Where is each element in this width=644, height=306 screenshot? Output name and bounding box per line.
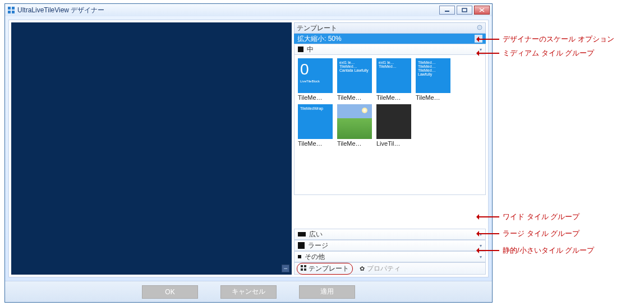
- tile-thumbnail: 0 LiveTileBlock: [298, 58, 333, 93]
- group-label: 中: [307, 45, 314, 54]
- bottom-tabstrip: テンプレート ✿ プロパティ: [294, 262, 486, 275]
- tile-item[interactable]: ext1 le… TileMed… TileMe…: [376, 58, 411, 101]
- group-header-wide[interactable]: 広い ▾: [294, 229, 486, 240]
- template-panel: テンプレート 拡大縮小: 50% ▾ 中 ▾ 0: [294, 22, 486, 275]
- arrow-left-icon: [477, 250, 499, 251]
- arrow-left-icon: [477, 216, 499, 217]
- tile-label: LiveTil…: [376, 140, 411, 147]
- svg-rect-11: [301, 268, 303, 271]
- tile-thumbnail: TileMed… TileMed… TileMed… Lawfully: [416, 58, 450, 93]
- square-icon: [298, 47, 303, 52]
- panel-title: テンプレート: [297, 24, 337, 33]
- canvas-collapse-button[interactable]: −: [282, 265, 289, 272]
- ok-button[interactable]: OK: [142, 285, 198, 299]
- svg-rect-1: [12, 7, 15, 10]
- svg-rect-10: [304, 265, 306, 267]
- annotation-other: 静的/小さいタイル グループ: [477, 245, 594, 256]
- tile-thumbnail: [376, 104, 411, 139]
- tile-label: TileMe…: [298, 94, 333, 101]
- tile-item[interactable]: ext1 le… TileMed… Cantata Lawfully TileM…: [337, 58, 372, 101]
- arrow-left-icon: [477, 233, 499, 234]
- svg-rect-0: [8, 7, 11, 10]
- group-header-other[interactable]: その他 ▾: [294, 251, 486, 262]
- group-label: ラージ: [308, 241, 328, 251]
- tile-label: TileMe…: [416, 94, 450, 101]
- titlebar[interactable]: UltraLiveTileView デザイナー: [5, 4, 492, 16]
- svg-rect-5: [462, 8, 467, 12]
- svg-rect-2: [8, 11, 11, 13]
- tab-templates[interactable]: テンプレート: [297, 263, 353, 275]
- tab-properties[interactable]: ✿ プロパティ: [356, 263, 404, 274]
- tile-label: TileMe…: [337, 94, 372, 101]
- app-icon: [7, 6, 15, 14]
- dialog-button-bar: OK キャンセル 適用: [5, 281, 492, 302]
- svg-rect-12: [304, 268, 306, 271]
- apply-button[interactable]: 適用: [299, 285, 355, 299]
- tile-thumbnail: ext1 le… TileMed… Cantata Lawfully: [337, 58, 372, 93]
- tile-item[interactable]: 0 LiveTileBlock TileMe…: [298, 58, 333, 101]
- pin-icon[interactable]: [476, 24, 483, 33]
- minimize-button[interactable]: [439, 6, 455, 15]
- arrow-left-icon: [477, 39, 499, 40]
- tile-thumbnail: [337, 104, 372, 139]
- designer-window: UltraLiveTileView デザイナー − テンプレート: [4, 3, 493, 303]
- tile-item[interactable]: LiveTil…: [376, 104, 411, 147]
- window-title: UltraLiveTileView デザイナー: [17, 6, 104, 15]
- svg-rect-3: [12, 11, 15, 13]
- annotation-large: ラージ タイル グループ: [477, 229, 579, 239]
- gear-icon: ✿: [360, 265, 365, 272]
- maximize-button[interactable]: [457, 6, 472, 15]
- tile-thumbnail: TileMedWrap: [298, 104, 333, 139]
- square-icon: [298, 242, 305, 249]
- group-label: 広い: [309, 230, 323, 239]
- group-header-large[interactable]: ラージ ▾: [294, 240, 486, 251]
- close-button[interactable]: [474, 6, 490, 15]
- tile-item[interactable]: TileMedWrap TileMe…: [298, 104, 333, 147]
- tab-label: プロパティ: [367, 264, 401, 273]
- zoom-bar[interactable]: 拡大縮小: 50% ▾: [294, 34, 486, 44]
- annotation-wide: ワイド タイル グループ: [477, 212, 579, 222]
- group-label: その他: [305, 252, 325, 262]
- panel-header: テンプレート: [294, 22, 486, 34]
- svg-rect-9: [301, 265, 303, 267]
- svg-point-8: [477, 25, 482, 30]
- tab-label: テンプレート: [309, 264, 349, 273]
- square-icon: [298, 255, 301, 258]
- tile-label: TileMe…: [376, 94, 411, 101]
- grid-icon: [301, 265, 306, 272]
- annotation-zoom: デザイナーのスケール オプション: [477, 34, 614, 44]
- content-area: − テンプレート 拡大縮小: 50% ▾ 中 ▾: [8, 20, 489, 277]
- tile-thumbnail: ext1 le… TileMed…: [376, 58, 411, 93]
- zoom-label: 拡大縮小: 50%: [297, 34, 342, 44]
- annotation-medium: ミディアム タイル グループ: [477, 48, 594, 58]
- square-icon: [298, 232, 306, 237]
- arrow-left-icon: [477, 53, 499, 54]
- tile-label: TileMe…: [337, 140, 372, 147]
- tile-label: TileMe…: [298, 140, 333, 147]
- tile-item[interactable]: TileMed… TileMed… TileMed… Lawfully Tile…: [416, 58, 450, 101]
- tile-item[interactable]: TileMe…: [337, 104, 372, 147]
- cancel-button[interactable]: キャンセル: [220, 285, 277, 299]
- design-canvas[interactable]: −: [11, 22, 292, 275]
- group-header-medium[interactable]: 中 ▾: [294, 44, 486, 55]
- tile-gallery-medium: 0 LiveTileBlock TileMe… ext1 le… TileMed…: [294, 55, 486, 195]
